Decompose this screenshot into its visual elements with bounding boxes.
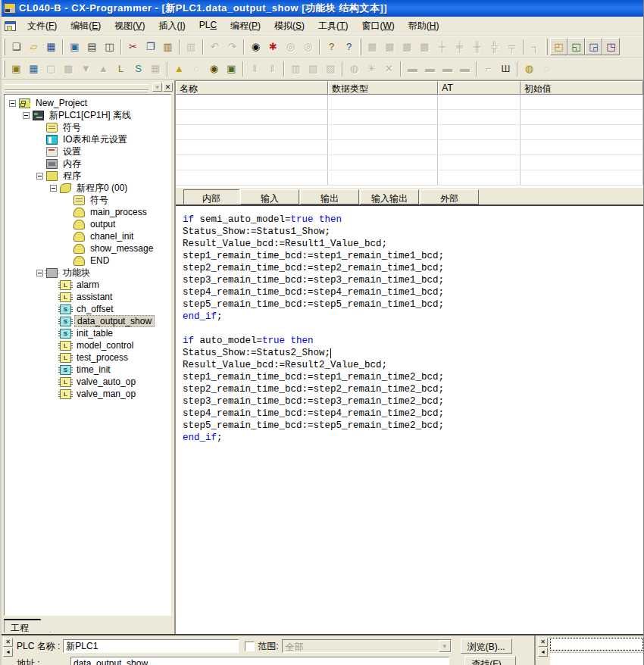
- copy-button[interactable]: ❐: [142, 38, 159, 55]
- tree-item-model_control[interactable]: Lmodel_control: [5, 339, 170, 351]
- watch-cell[interactable]: [550, 638, 643, 651]
- document-window-icon[interactable]: [5, 21, 16, 31]
- address-bar-collapse-icon[interactable]: ◂: [3, 648, 13, 657]
- menu-item-w[interactable]: 窗口(W): [355, 17, 401, 35]
- print-preview-button[interactable]: ◫: [101, 38, 118, 55]
- tree-item-new_project[interactable]: New_Project: [5, 97, 170, 109]
- new-file-button[interactable]: ❏: [8, 38, 25, 55]
- tree-item--0-00-[interactable]: 新程序0 (00): [5, 182, 170, 194]
- menu-item-e[interactable]: 编辑(E): [64, 17, 108, 35]
- new-plc-button[interactable]: ▣: [8, 60, 25, 77]
- workspace-close-icon[interactable]: ✕: [163, 83, 173, 92]
- tree-item-io-[interactable]: IO表和单元设置: [5, 133, 170, 145]
- toggle-ladder-window-button[interactable]: ◱: [567, 38, 585, 55]
- tree-item-alarm[interactable]: Lalarm: [5, 279, 170, 291]
- tree-item--[interactable]: 内存: [5, 158, 170, 170]
- toggle-mnemonic-window-button[interactable]: ◲: [585, 38, 602, 55]
- tab-输出[interactable]: 输出: [300, 189, 359, 204]
- menu-item-c[interactable]: PLC: [192, 17, 224, 35]
- tree-item-time_init[interactable]: Stime_init: [5, 364, 170, 376]
- find-error-button[interactable]: ◉: [205, 60, 223, 77]
- column-header-数据类型[interactable]: 数据类型: [328, 81, 438, 95]
- toolbar-grip[interactable]: [3, 61, 5, 77]
- tree-item--[interactable]: 符号: [5, 121, 170, 133]
- tree-item-test_process[interactable]: Ltest_process: [5, 351, 170, 364]
- tree-item-main_process[interactable]: main_process: [5, 206, 170, 218]
- toolbar-grip[interactable]: [3, 39, 5, 55]
- find-button-bottom[interactable]: 查找(F)...: [464, 656, 516, 665]
- plc-error-log-button[interactable]: ▣: [223, 60, 240, 77]
- variable-table-empty-row[interactable]: [176, 95, 643, 110]
- tree-item-valve_auto_op[interactable]: Lvalve_auto_op: [5, 376, 170, 388]
- tree-item-assistant[interactable]: Lassistant: [5, 291, 170, 303]
- tree-item-end[interactable]: END: [5, 254, 170, 267]
- scope-checkbox[interactable]: [245, 642, 255, 651]
- new-st-function-block-button[interactable]: S: [130, 60, 147, 77]
- tab-输入输出[interactable]: 输入输出: [360, 189, 419, 204]
- tree-item-init_table[interactable]: Sinit_table: [5, 327, 170, 339]
- tab-输入[interactable]: 输入: [240, 189, 299, 204]
- address-input[interactable]: [70, 657, 449, 665]
- address-reference-tool-button[interactable]: ✱: [264, 38, 282, 55]
- watch-cell-2[interactable]: [550, 652, 643, 665]
- tree-item-chanel_init[interactable]: chanel_init: [5, 230, 170, 242]
- tree-item--[interactable]: 设置: [5, 145, 170, 158]
- menu-item-p[interactable]: 编程(P): [224, 17, 267, 35]
- tree-expander-icon[interactable]: [50, 185, 57, 192]
- open-file-button[interactable]: ▱: [25, 38, 42, 55]
- column-header-AT[interactable]: AT: [438, 81, 520, 95]
- tree-expander-icon[interactable]: [36, 173, 43, 180]
- help-button[interactable]: ?: [323, 38, 340, 55]
- tab-内部[interactable]: 内部: [183, 189, 239, 204]
- cut-button[interactable]: ✂: [124, 38, 142, 55]
- browse-button[interactable]: 浏览(B)...: [461, 638, 512, 654]
- workspace-drag-grip[interactable]: [5, 84, 148, 90]
- set-protect-button[interactable]: ◍: [521, 60, 538, 77]
- toggle-project-workspace-button[interactable]: ◰: [550, 38, 567, 55]
- paste-button[interactable]: ▥: [159, 38, 177, 55]
- print-button[interactable]: ▤: [83, 38, 101, 55]
- toolbar-grip[interactable]: [546, 39, 548, 55]
- tree-item-output[interactable]: output: [5, 218, 170, 230]
- variable-table-empty-row[interactable]: [176, 155, 643, 170]
- menu-item-t[interactable]: 工具(T): [311, 17, 355, 35]
- show-rungs-button[interactable]: Ш: [497, 60, 514, 77]
- menu-item-v[interactable]: 视图(V): [108, 17, 152, 35]
- tree-item-show_message[interactable]: show_message: [5, 242, 170, 254]
- column-header-初始值[interactable]: 初始值: [521, 81, 643, 95]
- workspace-dropdown-icon[interactable]: ▾: [152, 83, 162, 92]
- tab-外部[interactable]: 外部: [420, 189, 479, 204]
- tree-expander-icon[interactable]: [9, 100, 16, 107]
- find-button[interactable]: ◉: [247, 38, 264, 55]
- variable-table-empty-row[interactable]: [176, 140, 643, 155]
- tree-item--[interactable]: 程序: [5, 170, 170, 182]
- tree-item-ch_offset[interactable]: Sch_offset: [5, 303, 170, 315]
- tree-item--[interactable]: 符号: [5, 194, 170, 206]
- tree-item--[interactable]: 功能块: [5, 267, 170, 279]
- tree-expander-icon[interactable]: [36, 270, 43, 276]
- tree-item-data_output_show[interactable]: Sdata_output_show: [5, 315, 170, 327]
- tree-expander-icon[interactable]: [23, 112, 30, 119]
- menu-item-h[interactable]: 帮助(H): [402, 17, 446, 35]
- toggle-watch-window-button[interactable]: ◳: [602, 38, 620, 55]
- work-online-simulator-button[interactable]: ▦: [25, 60, 42, 77]
- st-code-editor[interactable]: if semi_auto_model=true thenStatus_Show:…: [176, 206, 643, 634]
- compile-program-check-button[interactable]: ▲: [170, 60, 188, 77]
- watch-close-icon[interactable]: ✕: [538, 638, 548, 647]
- variable-table-empty-row[interactable]: [176, 110, 643, 125]
- plc-name-input[interactable]: [63, 639, 239, 653]
- variable-table-empty-row[interactable]: [176, 170, 643, 186]
- watch-collapse-icon[interactable]: ◂: [538, 648, 548, 657]
- new-ladder-function-block-button[interactable]: L: [112, 60, 130, 77]
- variable-table-empty-row[interactable]: [176, 125, 643, 140]
- menu-item-f[interactable]: 文件(F): [20, 17, 64, 35]
- menu-item-s[interactable]: 模拟(S): [267, 17, 311, 35]
- column-header-名称[interactable]: 名称: [176, 81, 328, 95]
- tree-item--plc1-cp1h-[interactable]: 新PLC1[CP1H] 离线: [5, 109, 170, 121]
- tree-item-valve_man_op[interactable]: Lvalve_man_op: [5, 388, 170, 400]
- window-titlebar[interactable]: CL040-B - CX-Programmer - [新PLC1.data_ou…: [2, 0, 643, 17]
- context-help-button[interactable]: ?: [340, 38, 358, 55]
- toolbar-grip[interactable]: [359, 39, 361, 55]
- save-file-button[interactable]: ▦: [42, 38, 60, 55]
- address-bar-close-icon[interactable]: ✕: [3, 638, 13, 647]
